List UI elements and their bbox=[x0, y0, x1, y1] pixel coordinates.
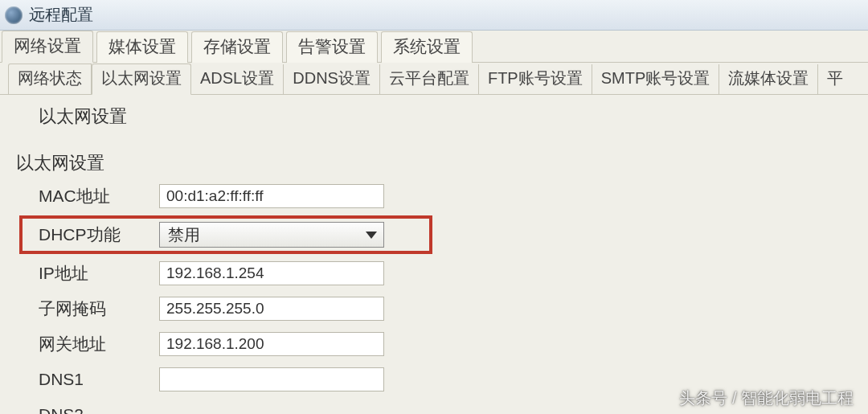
label-mask: 子网掩码 bbox=[39, 297, 159, 320]
input-mac[interactable]: 00:d1:a2:ff:ff:ff bbox=[159, 184, 384, 208]
subtab-adsl-settings[interactable]: ADSL设置 bbox=[191, 64, 284, 94]
section-heading: 以太网设置 bbox=[39, 105, 868, 129]
row-dns1: DNS1 bbox=[39, 367, 868, 392]
content-area: 以太网设置 以太网设置 MAC地址 00:d1:a2:ff:ff:ff DHCP… bbox=[0, 95, 868, 414]
label-dns1: DNS1 bbox=[39, 370, 159, 389]
input-dns1[interactable] bbox=[159, 367, 384, 391]
sub-tab-bar: 网络状态 以太网设置 ADSL设置 DDNS设置 云平台配置 FTP账号设置 S… bbox=[0, 63, 868, 95]
row-mac: MAC地址 00:d1:a2:ff:ff:ff bbox=[39, 183, 868, 209]
value-mac: 00:d1:a2:ff:ff:ff bbox=[166, 187, 263, 205]
row-dns2: DNS2 bbox=[39, 402, 868, 414]
value-mask: 255.255.255.0 bbox=[166, 300, 264, 318]
app-icon bbox=[5, 6, 23, 24]
row-ip: IP地址 192.168.1.254 bbox=[39, 260, 868, 286]
main-tab-bar: 网络设置 媒体设置 存储设置 告警设置 系统设置 bbox=[0, 31, 868, 63]
window-titlebar: 远程配置 bbox=[0, 0, 868, 31]
subtab-ddns-settings[interactable]: DDNS设置 bbox=[284, 64, 380, 94]
subtab-streaming[interactable]: 流媒体设置 bbox=[719, 64, 818, 94]
row-mask: 子网掩码 255.255.255.0 bbox=[39, 296, 868, 322]
subtab-ftp-account[interactable]: FTP账号设置 bbox=[479, 64, 592, 94]
value-ip: 192.168.1.254 bbox=[166, 264, 264, 282]
subtab-ethernet-settings[interactable]: 以太网设置 bbox=[92, 64, 191, 95]
subtab-cloud-config[interactable]: 云平台配置 bbox=[380, 64, 479, 94]
label-dns2: DNS2 bbox=[39, 405, 159, 414]
tab-alarm-settings[interactable]: 告警设置 bbox=[286, 31, 378, 63]
chevron-down-icon bbox=[366, 232, 377, 239]
tab-system-settings[interactable]: 系统设置 bbox=[381, 31, 473, 63]
select-dhcp[interactable]: 禁用 bbox=[159, 222, 384, 248]
subtab-truncated[interactable]: 平 bbox=[818, 64, 852, 94]
group-title: 以太网设置 bbox=[16, 151, 868, 175]
window-title: 远程配置 bbox=[29, 4, 93, 26]
row-dhcp: DHCP功能 禁用 bbox=[39, 222, 868, 248]
tab-network-settings[interactable]: 网络设置 bbox=[2, 31, 93, 63]
subtab-network-status[interactable]: 网络状态 bbox=[8, 64, 92, 94]
row-dhcp-highlight: DHCP功能 禁用 bbox=[31, 219, 868, 251]
input-ip[interactable]: 192.168.1.254 bbox=[159, 261, 384, 285]
label-ip: IP地址 bbox=[39, 262, 159, 285]
label-gateway: 网关地址 bbox=[39, 333, 159, 355]
subtab-smtp-account[interactable]: SMTP账号设置 bbox=[592, 64, 720, 94]
input-mask[interactable]: 255.255.255.0 bbox=[159, 297, 384, 321]
label-mac: MAC地址 bbox=[39, 185, 159, 207]
tab-media-settings[interactable]: 媒体设置 bbox=[96, 31, 188, 63]
input-gateway[interactable]: 192.168.1.200 bbox=[159, 332, 384, 356]
row-gateway: 网关地址 192.168.1.200 bbox=[39, 331, 868, 357]
value-gateway: 192.168.1.200 bbox=[166, 335, 264, 353]
label-dhcp: DHCP功能 bbox=[39, 223, 159, 246]
tab-storage-settings[interactable]: 存储设置 bbox=[191, 31, 283, 63]
value-dhcp: 禁用 bbox=[168, 224, 200, 246]
